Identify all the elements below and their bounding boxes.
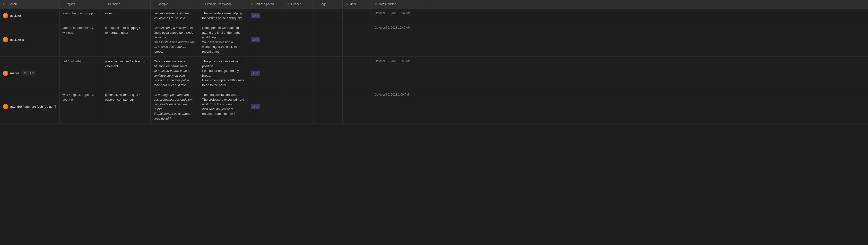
table-row: attendre / attendre [qch [de qqn]] wait … xyxy=(0,90,868,124)
cell-pos-attendre: verb xyxy=(248,90,284,123)
english-value: assist, help, aid, support xyxy=(62,11,96,16)
svg-marker-2 xyxy=(4,72,7,75)
cell-gender-attendre xyxy=(284,90,313,123)
cell-french-assister-a: assister à xyxy=(0,23,60,56)
svg-marker-1 xyxy=(4,38,7,41)
example-translation-value: The housework can wait. The professors e… xyxy=(202,93,245,116)
header-example-translation-label: Example Translation xyxy=(205,2,231,6)
header-definition[interactable]: ≡ Définition xyxy=(102,0,151,8)
date-value: October 30, 2023 2:06 PM xyxy=(375,93,409,97)
word-icon xyxy=(3,104,8,109)
cell-model-attendre xyxy=(343,90,372,123)
cell-definition-mettre: placer, accrocher / enfiler : un vêtemen… xyxy=(102,57,151,90)
cell-example-assister: Les secouristes assistaient les victimes… xyxy=(151,8,199,23)
orange-diamond-icon xyxy=(4,38,7,41)
cell-english-assister: assist, help, aid, support xyxy=(60,8,102,23)
cell-french-mettre: mettre ⊞ OPEN xyxy=(0,57,60,90)
table-body: assister assist, help, aid, support aide… xyxy=(0,8,868,124)
header-french[interactable]: Aa French xyxy=(0,0,60,8)
cell-date-attendre: October 30, 2023 2:06 PM xyxy=(372,90,425,123)
french-word: assister à xyxy=(10,37,24,42)
tags-header-icon: ☰ xyxy=(316,3,319,6)
cell-gender-assister xyxy=(284,8,313,23)
date-value: October 30, 2023 10:42 AM xyxy=(375,26,410,30)
french-word: assister xyxy=(10,13,21,18)
header-date-modified[interactable]: ◎ date modified xyxy=(372,0,425,8)
definition-value: aider xyxy=(105,11,112,16)
cell-tags-assister xyxy=(313,8,343,23)
header-part-of-speech-label: Part of Speech xyxy=(255,2,274,6)
cell-pos-mettre: verb xyxy=(248,57,284,90)
svg-marker-3 xyxy=(4,105,7,108)
french-header-icon: Aa xyxy=(3,3,6,6)
example-value: Les secouristes assistaient les victimes… xyxy=(154,11,196,21)
cell-example-translation-assister: The first-aiders were helping the victim… xyxy=(199,8,248,23)
cell-definition-assister-a: être spectateur de [qch] / remarquer, no… xyxy=(102,23,151,56)
table-header: Aa French ≡ English ≡ Définition ≡ Examp… xyxy=(0,0,868,8)
header-definition-label: Définition xyxy=(108,2,120,6)
cell-tags-assister-a xyxy=(313,23,343,56)
header-example-label: Example xyxy=(156,2,168,6)
header-english-label: English xyxy=(65,2,75,6)
cell-english-assister-a: attend, be present at / witness xyxy=(60,23,102,56)
cell-gender-assister-a xyxy=(284,23,313,56)
table-row: mettre ⊞ OPEN put / put [sth] on placer,… xyxy=(0,57,868,90)
cell-pos-assister-a: verb xyxy=(248,23,284,56)
definition-value: patienter, rester tel quel / espérer, co… xyxy=(105,93,148,102)
definition-value: être spectateur de [qch] / remarquer, no… xyxy=(105,26,148,35)
example-value: Le ménage peut attendre. Les professeurs… xyxy=(154,93,196,121)
cell-gender-mettre xyxy=(284,57,313,90)
example-translation-value: This puts me in an awkward position. I p… xyxy=(202,59,245,87)
verb-badge: verb xyxy=(251,71,260,76)
header-date-label: date modified xyxy=(379,2,396,6)
cell-model-mettre xyxy=(343,57,372,90)
date-header-icon: ◎ xyxy=(375,3,377,6)
cell-definition-assister: aider xyxy=(102,8,151,23)
part-of-speech-header-icon: ◎ xyxy=(251,3,253,6)
english-header-icon: ≡ xyxy=(62,3,64,6)
header-part-of-speech[interactable]: ◎ Part of Speech xyxy=(248,0,284,8)
orange-diamond-icon xyxy=(4,14,7,18)
definition-value: placer, accrocher / enfiler : un vêtemen… xyxy=(105,59,148,68)
model-header-icon: ◎ xyxy=(345,3,348,6)
english-value: attend, be present at / witness xyxy=(62,26,99,35)
example-translation-value: Some people were able to attend the fina… xyxy=(202,26,245,54)
header-french-label: French xyxy=(7,2,17,6)
french-word: attendre / attendre [qch [de qqn]] xyxy=(10,104,56,109)
word-icon xyxy=(3,71,8,76)
english-value: put / put [sth] on xyxy=(62,59,85,64)
cell-french-assister: assister xyxy=(0,8,60,23)
example-translation-value: The first-aiders were helping the victim… xyxy=(202,11,245,21)
example-value: Certains ont pu assister à la finale de … xyxy=(154,26,196,54)
header-english[interactable]: ≡ English xyxy=(60,0,102,8)
date-value: October 30, 2023 10:37 AM xyxy=(375,11,410,15)
header-gender[interactable]: ◎ Gender xyxy=(284,0,313,8)
cell-date-assister: October 30, 2023 10:37 AM xyxy=(372,8,425,23)
example-header-icon: ≡ xyxy=(154,3,155,6)
cell-example-translation-mettre: This puts me in an awkward position. I p… xyxy=(199,57,248,90)
table-row: assister assist, help, aid, support aide… xyxy=(0,8,868,23)
header-tags-label: Tags xyxy=(320,2,327,6)
cell-french-attendre: attendre / attendre [qch [de qqn]] xyxy=(0,90,60,123)
header-model-label: Model xyxy=(349,2,358,6)
open-badge[interactable]: ⊞ OPEN xyxy=(23,71,35,75)
header-example-translation[interactable]: ≡ Example Translation xyxy=(199,0,248,8)
example-value: Cela me met dans une situation embarrass… xyxy=(154,59,196,87)
word-icon xyxy=(3,13,8,19)
header-tags[interactable]: ☰ Tags xyxy=(313,0,343,8)
cell-example-translation-assister-a: Some people were able to attend the fina… xyxy=(199,23,248,56)
cell-date-mettre: October 30, 2023 10:50 AM xyxy=(372,57,425,90)
header-model[interactable]: ◎ Model xyxy=(343,0,372,8)
date-value: October 30, 2023 10:50 AM xyxy=(375,59,410,63)
word-icon xyxy=(3,37,8,42)
orange-diamond-icon xyxy=(4,105,7,108)
cell-example-attendre: Le ménage peut attendre. Les professeurs… xyxy=(151,90,199,123)
french-word: mettre xyxy=(10,71,19,76)
cell-tags-attendre xyxy=(313,90,343,123)
header-example[interactable]: ≡ Example xyxy=(151,0,199,8)
definition-header-icon: ≡ xyxy=(105,3,106,6)
vocabulary-table: Aa French ≡ English ≡ Définition ≡ Examp… xyxy=(0,0,868,124)
cell-tags-mettre xyxy=(313,57,343,90)
cell-example-translation-attendre: The housework can wait. The professors e… xyxy=(199,90,248,123)
cell-pos-assister: verb xyxy=(248,8,284,23)
